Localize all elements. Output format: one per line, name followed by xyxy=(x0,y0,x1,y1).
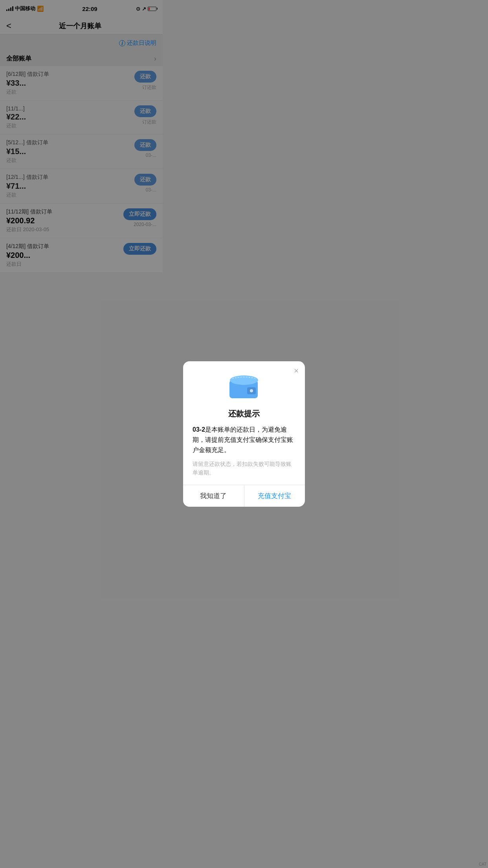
modal-overlay: × 还款提示 03-2是本账单的还款日 xyxy=(0,0,163,289)
